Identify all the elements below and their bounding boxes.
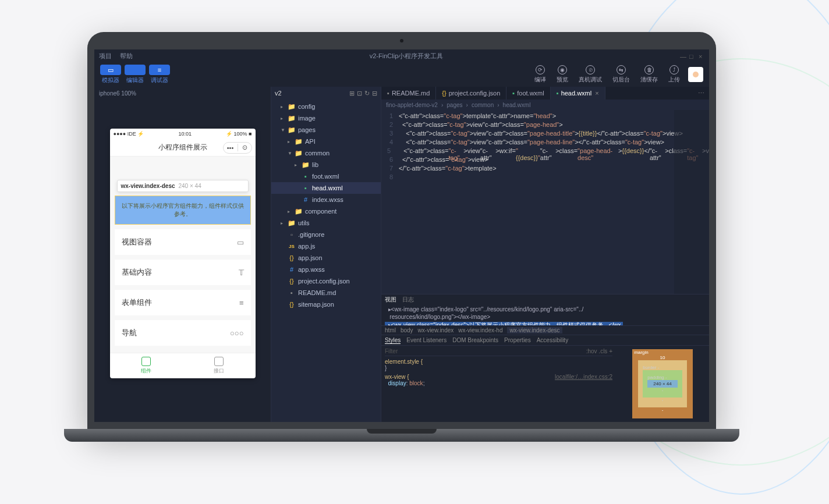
editor-tabs: ▪README.md{}project.config.json▪foot.wxm…	[381, 87, 709, 100]
editor-tab[interactable]: ▪head.wxml×	[551, 87, 605, 100]
project-root-name: v2	[275, 90, 282, 97]
editor-tab[interactable]: {}project.config.json	[436, 87, 506, 100]
tree-item[interactable]: ▸📁utils	[271, 217, 381, 229]
breadcrumb: fino-applet-demo-v2›pages›common›head.wx…	[381, 100, 709, 110]
devtools-top-tabs: 视图 日志	[381, 294, 709, 305]
elements-breadcrumb: htmlbodywx-view.indexwx-view.index-hdwx-…	[381, 325, 709, 335]
styles-tab[interactable]: Properties	[504, 337, 531, 343]
explorer-header: v2 ⊞ ⊡ ↻ ⊟	[271, 87, 381, 100]
menu-dots-icon[interactable]: •••	[224, 144, 238, 151]
menu-help[interactable]: 帮助	[120, 52, 133, 61]
breadcrumb-seg[interactable]: fino-applet-demo-v2	[386, 102, 438, 108]
highlighted-element[interactable]: 以下将展示小程序官方组件能力，组件样式仅供参考。	[115, 196, 251, 225]
tree-item[interactable]: ▸📁lib	[271, 159, 381, 171]
tree-item[interactable]: #index.wxss	[271, 194, 381, 205]
list-item[interactable]: 视图容器▭	[115, 229, 251, 255]
inspector-tooltip: wx-view.index-desc240 × 44	[117, 180, 249, 192]
refresh-icon[interactable]: ↻	[364, 90, 370, 97]
laptop-frame: 项目 帮助 v2-FinClip小程序开发工具 — □ × ▭模拟器编辑器≡调试…	[87, 32, 716, 442]
tree-item[interactable]: ▪head.wxml	[271, 182, 381, 194]
action-1[interactable]: ◉预览	[557, 65, 568, 84]
minimap[interactable]	[674, 110, 709, 294]
code-editor[interactable]: 1<"c-attr">class="c-tag">template "c-att…	[381, 110, 709, 294]
styles-sub-tabs: StylesEvent ListenersDOM BreakpointsProp…	[381, 335, 572, 345]
mode-0[interactable]: ▭模拟器	[100, 65, 121, 84]
capsule-button[interactable]: ••• ⊙	[223, 142, 252, 154]
main-split: iphone6 100% ●●●● IDE ⚡ 10:01 ⚡ 100% ■ 小…	[94, 87, 709, 422]
styles-tab[interactable]: Accessibility	[537, 337, 568, 343]
collapse-icon[interactable]: ⊟	[372, 90, 377, 97]
grid-icon	[141, 357, 151, 366]
styles-tab[interactable]: Event Listeners	[406, 337, 447, 343]
styles-tab[interactable]: Styles	[385, 337, 401, 344]
maximize-icon[interactable]: □	[689, 53, 695, 59]
close-icon[interactable]: ×	[595, 90, 598, 97]
crumb-seg[interactable]: html	[385, 327, 396, 333]
breadcrumb-seg[interactable]: pages	[447, 102, 462, 108]
crumb-seg[interactable]: wx-view.index	[418, 327, 454, 333]
phone-preview: ●●●● IDE ⚡ 10:01 ⚡ 100% ■ 小程序组件展示 ••• ⊙	[110, 129, 256, 378]
new-folder-icon[interactable]: ⊡	[357, 90, 362, 97]
styles-filter-input[interactable]: Filter	[385, 348, 398, 354]
breadcrumb-seg[interactable]: common	[472, 102, 494, 108]
crumb-seg[interactable]: body	[401, 327, 413, 333]
window-title: v2-FinClip小程序开发工具	[370, 52, 444, 61]
editor-tab[interactable]: ▪README.md	[381, 87, 436, 100]
styles-filter-actions[interactable]: :hov .cls +	[586, 348, 612, 354]
list-item[interactable]: 表单组件≡	[115, 290, 251, 315]
action-5[interactable]: ⤴上传	[668, 65, 680, 84]
action-2[interactable]: ⎚真机调试	[579, 65, 602, 84]
crumb-seg[interactable]: wx-view.index-hd	[458, 327, 502, 333]
app-window: 项目 帮助 v2-FinClip小程序开发工具 — □ × ▭模拟器编辑器≡调试…	[94, 49, 709, 422]
crumb-seg[interactable]: wx-view.index-desc	[507, 327, 562, 333]
close-circle-icon[interactable]: ⊙	[238, 144, 251, 151]
list-item[interactable]: 基础内容𝕋	[115, 260, 251, 285]
window-controls: — □ ×	[680, 53, 704, 59]
list-item[interactable]: 导航○○○	[115, 320, 251, 346]
action-3[interactable]: ⇆切后台	[612, 65, 630, 84]
elements-tree[interactable]: ▸<wx-image class="index-logo" src="../re…	[381, 305, 709, 325]
phone-status-bar: ●●●● IDE ⚡ 10:01 ⚡ 100% ■	[110, 129, 256, 139]
editor-panel: ▪README.md{}project.config.json▪foot.wxm…	[381, 87, 709, 422]
simulator-panel: iphone6 100% ●●●● IDE ⚡ 10:01 ⚡ 100% ■ 小…	[94, 87, 271, 422]
toolbar: ▭模拟器编辑器≡调试器 ⟳编译◉预览⎚真机调试⇆切后台🗑清缓存⤴上传	[94, 62, 709, 87]
tree-item[interactable]: ▸📁config	[271, 101, 381, 112]
more-icon[interactable]: ⋯	[693, 90, 709, 97]
tab-components[interactable]: 组件	[110, 353, 183, 378]
action-4[interactable]: 🗑清缓存	[640, 65, 658, 84]
phone-tabbar: 组件 接口	[110, 353, 256, 378]
tree-item[interactable]: ▼📁common	[271, 147, 381, 159]
mode-2[interactable]: ≡调试器	[149, 65, 170, 84]
close-icon[interactable]: ×	[699, 53, 704, 59]
action-0[interactable]: ⟳编译	[534, 65, 546, 84]
tree-item[interactable]: {}sitemap.json	[271, 299, 381, 310]
explorer-panel: v2 ⊞ ⊡ ↻ ⊟ ▸📁config▸📁image▼📁pages▸📁API▼📁…	[271, 87, 381, 422]
tree-item[interactable]: ▸📁component	[271, 205, 381, 217]
tree-item[interactable]: ▸📁image	[271, 112, 381, 124]
editor-tab[interactable]: ▪foot.wxml	[506, 87, 550, 100]
menubar: 项目 帮助 v2-FinClip小程序开发工具 — □ ×	[94, 49, 709, 62]
tree-item[interactable]: ▫.gitignore	[271, 229, 381, 240]
tree-item[interactable]: ▸📁API	[271, 136, 381, 147]
cube-icon	[214, 357, 224, 366]
tab-log[interactable]: 日志	[402, 296, 414, 304]
styles-panel[interactable]: Filter :hov .cls + element.style {}</spa…	[381, 346, 616, 422]
simulator-device-label[interactable]: iphone6 100%	[94, 87, 271, 100]
minimize-icon[interactable]: —	[680, 53, 686, 59]
breadcrumb-seg[interactable]: head.wxml	[503, 102, 531, 108]
tree-item[interactable]: {}project.config.json	[271, 275, 381, 287]
new-file-icon[interactable]: ⊞	[349, 90, 355, 97]
tree-item[interactable]: ▼📁pages	[271, 124, 381, 136]
tab-api[interactable]: 接口	[183, 353, 256, 378]
menu-project[interactable]: 项目	[99, 52, 112, 61]
tab-view[interactable]: 视图	[385, 296, 396, 304]
tree-item[interactable]: JSapp.js	[271, 240, 381, 252]
tree-item[interactable]: ▪foot.wxml	[271, 171, 381, 182]
styles-tab[interactable]: DOM Breakpoints	[452, 337, 498, 343]
camera-dot	[400, 39, 403, 42]
mode-1[interactable]: 编辑器	[125, 65, 146, 84]
tree-item[interactable]: ▪README.md	[271, 287, 381, 299]
tree-item[interactable]: {}app.json	[271, 252, 381, 264]
tree-item[interactable]: #app.wxss	[271, 264, 381, 275]
avatar[interactable]	[688, 67, 703, 82]
